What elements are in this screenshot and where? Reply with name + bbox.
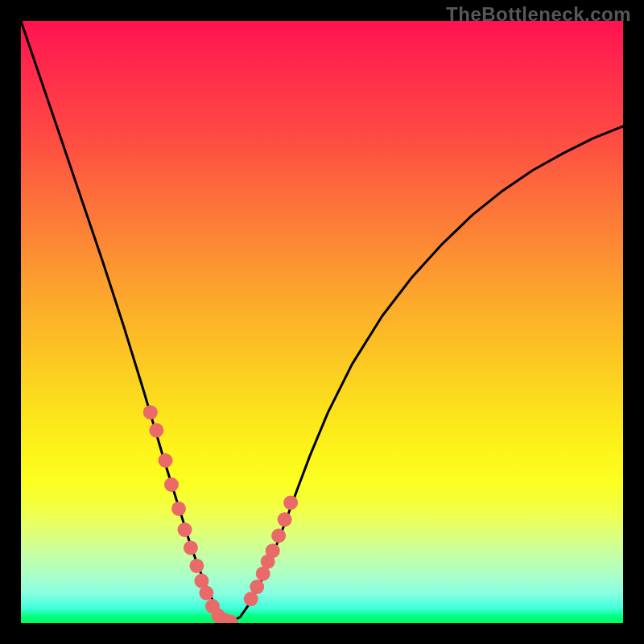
highlight-dot [199, 586, 213, 601]
watermark-label: TheBottleneck.com [446, 3, 631, 26]
highlight-dot [250, 580, 264, 594]
highlight-dots-group [143, 405, 298, 623]
highlight-dot [283, 495, 298, 510]
highlight-dot [178, 522, 192, 537]
highlight-dot [271, 529, 286, 543]
highlight-dot [159, 453, 173, 468]
highlight-dot [149, 423, 163, 438]
bottleneck-curve [21, 21, 623, 621]
chart-svg [21, 21, 623, 623]
chart-frame: TheBottleneck.com [0, 0, 644, 644]
highlight-dot [278, 512, 292, 526]
highlight-dot [266, 543, 280, 558]
highlight-dot [164, 477, 179, 492]
plot-area [21, 21, 623, 623]
highlight-dot [171, 502, 186, 516]
highlight-dot [143, 405, 158, 419]
highlight-dot [184, 541, 198, 555]
highlight-dot [189, 559, 204, 573]
